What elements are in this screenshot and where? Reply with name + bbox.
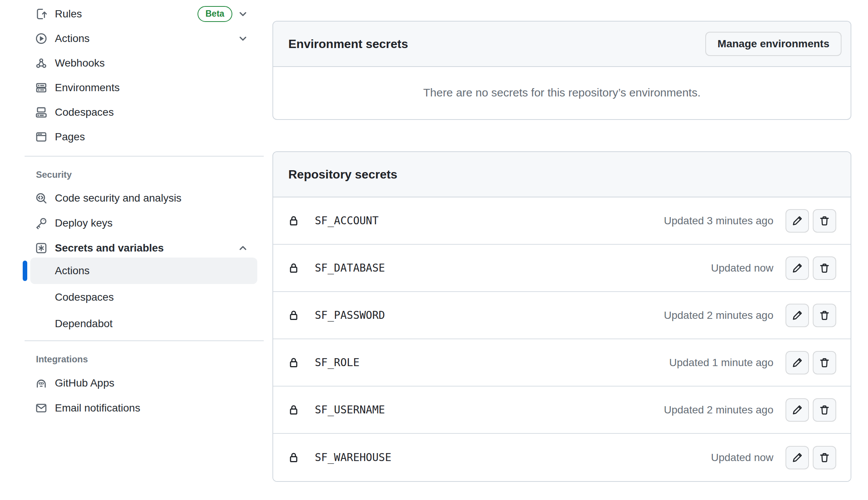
sidebar-item-code-security[interactable]: Code security and analysis [23,186,265,211]
sidebar-item-deploy-keys[interactable]: Deploy keys [23,211,265,236]
hubot-icon [35,377,47,389]
sidebar-item-secrets-and-variables[interactable]: Secrets and variables [23,236,265,261]
secret-name: SF_ACCOUNT [315,214,379,227]
delete-secret-button[interactable] [813,304,836,327]
secret-row: SF_USERNAME Updated 2 minutes ago [273,387,851,434]
key-asterisk-icon [35,242,47,254]
sidebar-item-codespaces[interactable]: Codespaces [23,100,265,124]
secret-name: SF_USERNAME [315,404,385,416]
sidebar-item-label: Code security and analysis [55,192,182,204]
secret-updated-timestamp: Updated 1 minute ago [669,357,773,369]
chevron-down-icon [237,33,249,45]
sidebar-item-label: Deploy keys [55,217,113,229]
delete-secret-button[interactable] [813,256,836,280]
secret-row: SF_PASSWORD Updated 2 minutes ago [273,292,851,339]
subnav-item-codespaces[interactable]: Codespaces [30,284,257,311]
lock-icon [288,262,300,274]
beta-badge: Beta [198,6,232,22]
secret-updated-timestamp: Updated 2 minutes ago [664,309,773,321]
sidebar-item-webhooks[interactable]: Webhooks [23,51,265,75]
codescan-icon [35,192,47,204]
lock-icon [288,452,300,464]
codespaces-icon [35,106,47,118]
sidebar-item-label: Codespaces [55,106,114,118]
subnav-item-dependabot[interactable]: Dependabot [30,311,257,337]
browser-icon [35,131,47,143]
edit-secret-button[interactable] [786,351,809,374]
sidebar-item-label: Email notifications [55,402,140,414]
sidebar-item-pages[interactable]: Pages [23,124,265,149]
delete-secret-button[interactable] [813,351,836,374]
sidebar-item-label: Webhooks [55,57,105,69]
delete-secret-button[interactable] [813,209,836,233]
edit-secret-button[interactable] [786,398,809,422]
server-icon [35,82,47,94]
environment-secrets-header: Environment secrets Manage environments [273,22,851,67]
mail-icon [35,402,47,414]
sidebar-section-title-integrations: Integrations [36,354,88,365]
rules-icon [35,8,47,20]
repository-secrets-list: SF_ACCOUNT Updated 3 minutes ago SF_DATA… [273,197,851,481]
repository-secrets-title: Repository secrets [288,168,397,182]
play-icon [35,33,47,45]
webhook-icon [35,57,47,69]
sidebar-divider [25,340,264,341]
manage-environments-button[interactable]: Manage environments [705,32,842,56]
settings-sidebar: Rules Beta Actions Webhooks [23,0,265,500]
secret-row: SF_DATABASE Updated now [273,245,851,292]
edit-secret-button[interactable] [786,209,809,233]
edit-secret-button[interactable] [786,256,809,280]
key-icon [35,217,47,229]
chevron-down-icon [237,8,249,20]
secret-updated-timestamp: Updated 2 minutes ago [664,404,773,416]
sidebar-item-label: GitHub Apps [55,377,114,389]
sidebar-section-title-security: Security [36,169,72,180]
environment-secrets-title: Environment secrets [288,37,408,51]
repository-secrets-header: Repository secrets [273,152,851,197]
sidebar-item-email-notifications[interactable]: Email notifications [23,396,265,421]
edit-secret-button[interactable] [786,304,809,327]
sidebar-integrations-list: GitHub Apps Email notifications [23,371,265,421]
lock-icon [288,215,300,227]
sidebar-item-label: Actions [55,33,90,45]
secret-updated-timestamp: Updated now [711,262,773,274]
delete-secret-button[interactable] [813,398,836,422]
lock-icon [288,404,300,416]
secret-row: SF_WAREHOUSE Updated now [273,434,851,481]
sidebar-item-rules[interactable]: Rules Beta [23,2,265,26]
environment-secrets-empty-message: There are no secrets for this repository… [273,67,851,118]
sidebar-item-github-apps[interactable]: GitHub Apps [23,371,265,396]
sidebar-security-list: Code security and analysis Deploy keys S… [23,186,265,261]
secret-name: SF_ROLE [315,356,359,369]
sidebar-item-label: Pages [55,131,85,143]
secret-name: SF_PASSWORD [315,309,385,321]
environment-secrets-card: Environment secrets Manage environments … [272,21,851,120]
sidebar-divider [25,156,264,157]
secrets-subnav: Actions Codespaces Dependabot [30,258,257,337]
lock-icon [288,357,300,369]
secret-name: SF_WAREHOUSE [315,451,391,464]
secret-row: SF_ACCOUNT Updated 3 minutes ago [273,197,851,245]
secret-row: SF_ROLE Updated 1 minute ago [273,339,851,387]
sidebar-item-label: Rules [55,8,82,20]
delete-secret-button[interactable] [813,446,836,469]
sidebar-item-actions[interactable]: Actions [23,26,265,51]
secret-updated-timestamp: Updated now [711,452,773,464]
sidebar-item-label: Environments [55,82,120,94]
repo-settings-page: Rules Beta Actions Webhooks [0,0,868,500]
sidebar-nav: Rules Beta Actions Webhooks [23,2,265,149]
chevron-up-icon [237,242,249,254]
sidebar-item-environments[interactable]: Environments [23,75,265,100]
secret-updated-timestamp: Updated 3 minutes ago [664,215,773,227]
subnav-item-actions[interactable]: Actions [30,258,257,284]
repository-secrets-card: Repository secrets SF_ACCOUNT Updated 3 … [272,151,851,482]
lock-icon [288,309,300,321]
sidebar-item-label: Secrets and variables [55,242,164,254]
secret-name: SF_DATABASE [315,262,385,274]
edit-secret-button[interactable] [786,446,809,469]
